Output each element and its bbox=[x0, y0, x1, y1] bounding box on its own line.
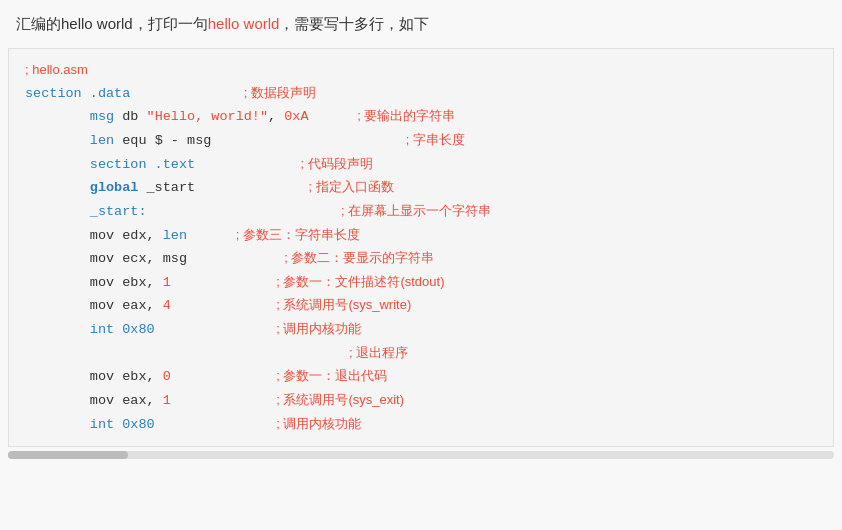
spacer6 bbox=[147, 200, 341, 224]
comment-12: ; 退出程序 bbox=[349, 342, 408, 366]
keyword-section-text: section .text bbox=[90, 153, 195, 177]
spacer7 bbox=[187, 224, 236, 248]
code-line-1: section .data ; 数据段声明 bbox=[25, 82, 817, 106]
string-hello: "Hello, world!" bbox=[147, 105, 269, 129]
indent bbox=[25, 271, 90, 295]
spacer15 bbox=[155, 413, 277, 437]
indent bbox=[25, 129, 90, 153]
comment-11: ; 调用内核功能 bbox=[276, 318, 361, 342]
filename-comment: ; hello.asm bbox=[25, 59, 88, 82]
indent bbox=[25, 294, 90, 318]
intro-text-before: 汇编的hello world，打印一句 bbox=[16, 15, 208, 32]
comment-13: ; 参数一：退出代码 bbox=[276, 365, 387, 389]
spacer10 bbox=[171, 294, 276, 318]
keyword-start-label: _start: bbox=[90, 200, 147, 224]
num-0-exit: 0 bbox=[163, 365, 171, 389]
text-mov-eax: mov eax, bbox=[90, 294, 163, 318]
comment-3: ; 字串长度 bbox=[406, 129, 465, 153]
comment-15: ; 调用内核功能 bbox=[276, 413, 361, 437]
text-mov-ebx-0: mov ebx, bbox=[90, 365, 163, 389]
comment-1: ; 数据段声明 bbox=[244, 82, 316, 106]
comment-2: ; 要输出的字符串 bbox=[357, 105, 455, 129]
keyword-int-0x80-2: int 0x80 bbox=[90, 413, 155, 437]
code-line-9: mov ebx, 1 ; 参数一：文件描述符(stdout) bbox=[25, 271, 817, 295]
scrollbar[interactable] bbox=[8, 451, 834, 459]
indent bbox=[25, 176, 90, 200]
indent bbox=[25, 200, 90, 224]
spacer2 bbox=[309, 105, 358, 129]
indent bbox=[25, 413, 90, 437]
keyword-int-0x80-1: int 0x80 bbox=[90, 318, 155, 342]
num-1-stdout: 1 bbox=[163, 271, 171, 295]
code-line-13: mov ebx, 0 ; 参数一：退出代码 bbox=[25, 365, 817, 389]
spacer4 bbox=[195, 153, 300, 177]
code-line-12: ; 退出程序 bbox=[25, 342, 817, 366]
text-db: db bbox=[114, 105, 146, 129]
spacer12 bbox=[90, 342, 349, 366]
indent bbox=[25, 318, 90, 342]
text-start: _start bbox=[138, 176, 195, 200]
spacer13 bbox=[171, 365, 276, 389]
intro-text-after: ，需要写十多行，如下 bbox=[279, 15, 429, 32]
scrollbar-thumb[interactable] bbox=[8, 451, 128, 459]
text-comma: , bbox=[268, 105, 284, 129]
comment-9: ; 参数一：文件描述符(stdout) bbox=[276, 271, 444, 295]
code-line-10: mov eax, 4 ; 系统调用号(sys_write) bbox=[25, 294, 817, 318]
indent bbox=[25, 389, 90, 413]
keyword-msg: msg bbox=[90, 105, 114, 129]
code-line-11: int 0x80 ; 调用内核功能 bbox=[25, 318, 817, 342]
indent bbox=[25, 153, 90, 177]
text-mov-eax-1: mov eax, bbox=[90, 389, 163, 413]
comment-6: ; 在屏幕上显示一个字符串 bbox=[341, 200, 491, 224]
code-line-3: len equ $ - msg ; 字串长度 bbox=[25, 129, 817, 153]
indent bbox=[25, 342, 90, 366]
text-mov-edx: mov edx, bbox=[90, 224, 163, 248]
intro-highlight: hello world bbox=[208, 15, 280, 32]
comment-8: ; 参数二：要显示的字符串 bbox=[284, 247, 434, 271]
comment-4: ; 代码段声明 bbox=[300, 153, 372, 177]
num-1-exit: 1 bbox=[163, 389, 171, 413]
spacer3 bbox=[211, 129, 405, 153]
spacer8 bbox=[187, 247, 284, 271]
text-mov-ecx: mov ecx, msg bbox=[90, 247, 187, 271]
keyword-len: len bbox=[90, 129, 114, 153]
code-line-14: mov eax, 1 ; 系统调用号(sys_exit) bbox=[25, 389, 817, 413]
code-line-4: section .text ; 代码段声明 bbox=[25, 153, 817, 177]
keyword-len-ref: len bbox=[163, 224, 187, 248]
keyword-section-data: section .data bbox=[25, 82, 130, 106]
code-line-7: mov edx, len ; 参数三：字符串长度 bbox=[25, 224, 817, 248]
indent bbox=[25, 105, 90, 129]
indent bbox=[25, 365, 90, 389]
code-block: ; hello.asm section .data ; 数据段声明 msg db… bbox=[8, 48, 834, 447]
comment-14: ; 系统调用号(sys_exit) bbox=[276, 389, 404, 413]
comment-7: ; 参数三：字符串长度 bbox=[236, 224, 360, 248]
spacer14 bbox=[171, 389, 276, 413]
spacer bbox=[130, 82, 243, 106]
code-line-8: mov ecx, msg ; 参数二：要显示的字符串 bbox=[25, 247, 817, 271]
code-line-5: global _start ; 指定入口函数 bbox=[25, 176, 817, 200]
spacer11 bbox=[155, 318, 277, 342]
num-0xa: 0xA bbox=[284, 105, 308, 129]
indent bbox=[25, 247, 90, 271]
text-equ: equ $ - msg bbox=[114, 129, 211, 153]
keyword-global: global bbox=[90, 176, 139, 200]
indent bbox=[25, 224, 90, 248]
code-line-15: int 0x80 ; 调用内核功能 bbox=[25, 413, 817, 437]
intro-paragraph: 汇编的hello world，打印一句hello world，需要写十多行，如下 bbox=[0, 0, 842, 44]
text-mov-ebx: mov ebx, bbox=[90, 271, 163, 295]
comment-10: ; 系统调用号(sys_write) bbox=[276, 294, 411, 318]
spacer9 bbox=[171, 271, 276, 295]
code-line-6: _start: ; 在屏幕上显示一个字符串 bbox=[25, 200, 817, 224]
comment-5: ; 指定入口函数 bbox=[309, 176, 394, 200]
spacer5 bbox=[195, 176, 308, 200]
num-4-write: 4 bbox=[163, 294, 171, 318]
code-line-2: msg db "Hello, world!", 0xA ; 要输出的字符串 bbox=[25, 105, 817, 129]
code-filename: ; hello.asm bbox=[25, 59, 817, 82]
